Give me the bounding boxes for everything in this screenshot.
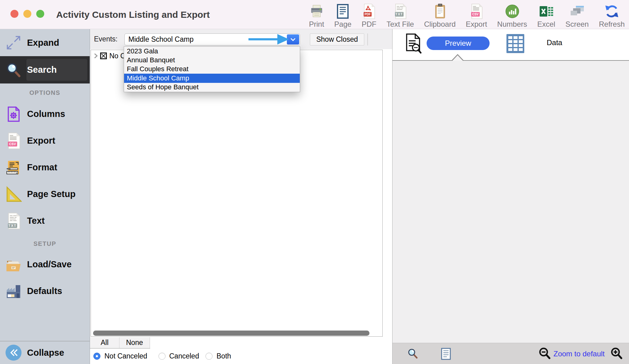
show-closed-button[interactable]: Show Closed — [310, 33, 364, 45]
search-magnifier-icon — [0, 62, 27, 78]
zoom-to-default-link[interactable]: Zoom to default — [553, 343, 605, 364]
sidebar-item-text[interactable]: TXT Text — [0, 207, 90, 234]
minimize-window-button[interactable] — [23, 10, 31, 18]
sidebar-item-format[interactable]: Format — [0, 154, 90, 181]
txt-file-icon: TXT — [0, 213, 27, 229]
event-option-selected[interactable]: Middle School Camp — [124, 74, 300, 83]
disclosure-chevron-icon[interactable] — [93, 52, 98, 59]
clipboard-icon — [433, 3, 447, 20]
excel-icon — [539, 3, 554, 20]
sidebar-item-defaults[interactable]: Defaults — [0, 278, 90, 304]
csv-file-icon: CSV — [0, 133, 27, 149]
zoom-in-icon[interactable] — [611, 347, 623, 360]
category-tree: No C — [91, 50, 383, 337]
select-all-button[interactable]: All — [90, 337, 119, 348]
maximize-window-button[interactable] — [36, 10, 44, 18]
screen-windows-icon — [570, 3, 584, 20]
radio-canceled[interactable] — [158, 353, 166, 360]
factory-icon — [0, 283, 27, 299]
radio-not-canceled-label: Not Canceled — [104, 352, 147, 360]
toolbar-export-button[interactable]: CSV Export — [466, 3, 487, 29]
sidebar-text-label: Text — [27, 216, 45, 226]
select-all-none-group: All None — [90, 337, 150, 349]
toolbar-pdf-label: PDF — [361, 20, 376, 29]
preview-caret — [452, 55, 463, 61]
toolbar-export-label: Export — [466, 20, 487, 29]
page-icon — [337, 3, 349, 20]
collapse-chevrons-icon — [0, 344, 27, 361]
select-none-button[interactable]: None — [119, 337, 150, 348]
sidebar-item-columns[interactable]: Columns — [0, 101, 90, 127]
data-tab-label[interactable]: Data — [547, 38, 562, 47]
event-option[interactable]: Fall Couples Retreat — [124, 65, 300, 74]
toolbar-print-button[interactable]: Print — [309, 3, 324, 29]
toolbar-page-label: Page — [334, 20, 351, 29]
event-option[interactable]: 2023 Gala — [124, 47, 300, 56]
main-panel: Events: Middle School Camp Show Closed N… — [90, 29, 392, 364]
toolbar-numbers-button[interactable]: Numbers — [497, 3, 527, 29]
top-toolbar: Print Page PDF PDF TXT Text File Clipboa… — [309, 2, 625, 29]
printer-icon — [309, 3, 324, 20]
preview-tab-button[interactable]: Preview — [427, 37, 490, 50]
radio-both-label: Both — [217, 352, 231, 360]
sidebar-item-search[interactable]: Search — [0, 56, 90, 83]
preview-area — [393, 60, 629, 343]
sidebar-item-page-setup[interactable]: Page Setup — [0, 181, 90, 207]
sidebar-item-load-save[interactable]: Load/Save — [0, 251, 90, 278]
close-window-button[interactable] — [10, 10, 18, 18]
toolbar-refresh-button[interactable]: Refresh — [599, 3, 625, 29]
svg-text:PDF: PDF — [365, 13, 371, 16]
toolbar-refresh-label: Refresh — [599, 20, 625, 29]
toolbar-clipboard-label: Clipboard — [424, 20, 456, 29]
radio-canceled-label: Canceled — [169, 352, 199, 360]
horizontal-scrollbar-thumb[interactable] — [93, 331, 369, 336]
expand-arrows-icon — [0, 35, 27, 51]
data-table-icon[interactable] — [506, 34, 524, 53]
checked-x-checkbox[interactable] — [100, 52, 107, 59]
zoom-out-icon[interactable] — [539, 347, 551, 360]
document-magnifier-icon — [405, 33, 422, 55]
event-option[interactable]: Seeds of Hope Banquet — [124, 83, 300, 92]
toolbar-textfile-button[interactable]: TXT Text File — [386, 3, 414, 29]
events-dropdown-list: 2023 Gala Annual Banquet Fall Couples Re… — [124, 46, 300, 92]
sidebar-page-setup-label: Page Setup — [27, 189, 76, 199]
svg-text:CSV: CSV — [472, 13, 479, 16]
radio-not-canceled[interactable] — [93, 353, 100, 360]
sidebar-item-expand[interactable]: Expand — [0, 29, 90, 56]
toolbar-screen-label: Screen — [565, 20, 589, 29]
toolbar-clipboard-button[interactable]: Clipboard — [424, 3, 456, 29]
sidebar-defaults-label: Defaults — [27, 286, 62, 296]
title-bar: Activity Custom Listing and Export Print… — [0, 0, 629, 29]
sidebar: Expand Search OPTIONS Columns CSV Export… — [0, 29, 90, 364]
canceled-filter-group: Not Canceled Canceled Both — [90, 349, 392, 364]
radio-both[interactable] — [205, 353, 213, 360]
events-combobox-value: Middle School Camp — [128, 34, 193, 45]
sidebar-collapse-label: Collapse — [27, 348, 64, 358]
toolbar-excel-label: Excel — [537, 20, 555, 29]
numbers-chart-icon — [505, 3, 520, 20]
toolbar-screen-button[interactable]: Screen — [565, 3, 589, 29]
preview-panel: Preview Data Zoom to default — [392, 29, 629, 364]
sidebar-item-export[interactable]: CSV Export — [0, 127, 90, 154]
page-view-icon[interactable] — [441, 348, 451, 360]
annotation-arrow-icon — [247, 33, 290, 46]
toolbar-pdf-button[interactable]: PDF PDF — [361, 3, 376, 29]
sidebar-expand-label: Expand — [27, 38, 59, 48]
open-folder-icon — [0, 257, 27, 273]
show-closed-separator — [367, 33, 368, 45]
sidebar-load-save-label: Load/Save — [27, 259, 72, 269]
preview-bottom-bar: Zoom to default — [393, 343, 629, 364]
event-option[interactable]: Annual Banquet — [124, 56, 300, 64]
tree-row[interactable]: No C — [93, 51, 125, 60]
csv-file-icon: CSV — [470, 3, 483, 20]
pdf-file-icon: PDF — [362, 3, 375, 20]
sidebar-search-label: Search — [27, 65, 57, 75]
toolbar-excel-button[interactable]: Excel — [537, 3, 555, 29]
sidebar-setup-header: SETUP — [0, 240, 90, 247]
magnifier-tool-icon[interactable] — [407, 348, 418, 359]
sidebar-item-collapse[interactable]: Collapse — [0, 341, 90, 364]
tree-item-label: No C — [109, 52, 125, 60]
svg-text:TXT: TXT — [8, 224, 17, 227]
window-title: Activity Custom Listing and Export — [56, 0, 210, 29]
toolbar-page-button[interactable]: Page — [334, 3, 351, 29]
